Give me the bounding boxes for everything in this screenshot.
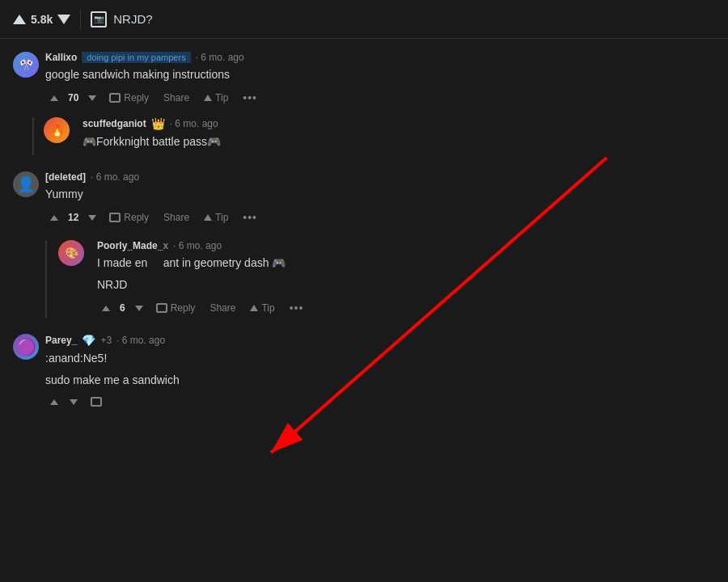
comment-body-deleted: Yummy <box>45 186 715 203</box>
comment-deleted: 👤 [deleted] · 6 mo. ago Yummy 12 Reply S… <box>0 165 728 230</box>
more-deleted[interactable]: ••• <box>236 208 264 227</box>
comment-actions-kallixo: 70 Reply Share Tip ••• <box>45 88 715 108</box>
upvote-parey[interactable] <box>45 396 63 408</box>
share-deleted[interactable]: Share <box>157 209 196 226</box>
comment-body-scuffed: 🎮Forkknight battle pass🎮 <box>83 133 221 150</box>
post-title: NRJD? <box>113 12 152 26</box>
comment-time-poorly: · 6 mo. ago <box>173 240 222 251</box>
comment-flair-kallixo: doing pipi in my pampers <box>82 52 190 63</box>
tip-icon <box>204 95 212 101</box>
comments-feed: 🎌 Kallixo doing pipi in my pampers · 6 m… <box>0 39 728 582</box>
upvote-icon-pa <box>50 399 58 405</box>
comment-reply-kallixo[interactable]: Reply <box>103 89 155 107</box>
share-kallixo[interactable]: Share <box>157 89 196 107</box>
comment-content-poorly: Poorly_Made_x · 6 mo. ago I made en ant … <box>97 240 310 318</box>
downvote-icon-pa <box>70 399 78 405</box>
comment-author-scuffed[interactable]: scuffedganiot <box>83 118 146 129</box>
comment-author-kallixo[interactable]: Kallixo <box>45 52 77 63</box>
more-kallixo[interactable]: ••• <box>236 88 264 108</box>
comment-icon-parey[interactable] <box>84 394 108 410</box>
avatar-scuffed: 🔥 <box>44 117 70 143</box>
dots-icon-p: ••• <box>290 302 304 314</box>
comment-author-poorly[interactable]: Poorly_Made_x <box>97 240 168 251</box>
comment-body-parey-2: sudo make me a sandwich <box>45 372 715 389</box>
upvote-kallixo[interactable] <box>45 92 63 104</box>
tip-poorly[interactable]: Tip <box>243 299 281 317</box>
tip-icon-p <box>250 305 258 311</box>
avatar-poorly: 🎨 <box>58 240 84 266</box>
comment-content-scuffed: scuffedganiot 👑 · 6 mo. ago 🎮Forkknight … <box>83 117 221 155</box>
comment-body-poorly-2: NRJD <box>97 276 310 293</box>
comment-content-parey: Parey_ 💎 +3 · 6 mo. ago :anand:Ne5! sudo… <box>45 334 715 410</box>
comment-body-kallixo: google sandwich making instructions <box>45 66 715 83</box>
dots-icon: ••• <box>243 91 257 104</box>
comment-icon-pa <box>91 397 102 407</box>
comment-reply-deleted[interactable]: Reply <box>103 209 155 226</box>
vote-count-deleted: 12 <box>65 212 82 223</box>
comment-author-deleted[interactable]: [deleted] <box>45 171 86 183</box>
thread-line <box>32 117 34 155</box>
comment-time-kallixo: · 6 mo. ago <box>196 52 244 63</box>
upvote-icon-p <box>102 306 110 311</box>
comment-crown-scuffed: 👑 <box>151 117 165 130</box>
comment-icon-p <box>156 303 167 313</box>
thread-line-poorly <box>45 240 47 318</box>
avatar-deleted: 👤 <box>13 171 39 197</box>
comment-actions-parey <box>45 394 715 410</box>
comment-actions-deleted: 12 Reply Share Tip ••• <box>45 208 715 227</box>
post-icon: 📷 <box>91 11 107 27</box>
comment-icon-d <box>109 213 121 222</box>
downvote-poorly[interactable] <box>130 302 148 314</box>
comment-content-deleted: [deleted] · 6 mo. ago Yummy 12 Reply Sha… <box>45 171 715 227</box>
downvote-icon <box>88 95 96 101</box>
parey-badge: 💎 <box>82 334 95 347</box>
topbar-divider <box>80 10 81 29</box>
upvote-poorly[interactable] <box>97 302 115 314</box>
upvote-icon <box>50 95 58 101</box>
tip-deleted[interactable]: Tip <box>197 209 235 226</box>
comment-poorly: 🎨 Poorly_Made_x · 6 mo. ago I made en an… <box>45 234 728 321</box>
comment-body-poorly-1: I made en ant in geometry dash 🎮 <box>97 255 310 272</box>
dots-icon-d: ••• <box>243 211 257 224</box>
comment-content-kallixo: Kallixo doing pipi in my pampers · 6 mo.… <box>45 52 715 108</box>
comment-actions-poorly: 6 Reply Share Tip ••• <box>97 298 310 318</box>
downvote-parey[interactable] <box>65 396 83 408</box>
downvote-icon-d <box>88 215 96 221</box>
downvote-kallixo[interactable] <box>83 92 101 104</box>
avatar-kallixo: 🎌 <box>13 52 39 78</box>
avatar-parey: 🟣 <box>13 334 39 360</box>
tip-kallixo[interactable]: Tip <box>197 89 235 107</box>
more-poorly[interactable]: ••• <box>283 298 311 318</box>
comment-scuffed: 🔥 scuffedganiot 👑 · 6 mo. ago 🎮Forkknigh… <box>45 111 728 158</box>
upvote-icon-d <box>50 215 58 221</box>
comment-kallixo: 🎌 Kallixo doing pipi in my pampers · 6 m… <box>0 45 728 111</box>
comment-body-parey-1: :anand:Ne5! <box>45 350 715 367</box>
comment-time-scuffed: · 6 mo. ago <box>170 118 218 129</box>
comment-author-parey[interactable]: Parey_ <box>45 335 77 346</box>
comment-icon <box>109 93 121 103</box>
comment-time-parey: · 6 mo. ago <box>116 335 165 346</box>
vote-count-kallixo: 70 <box>65 92 82 103</box>
downvote-icon-p <box>135 306 143 311</box>
share-poorly[interactable]: Share <box>203 299 242 317</box>
post-vote-section[interactable]: 5.8k <box>13 13 70 26</box>
comment-parey: 🟣 Parey_ 💎 +3 · 6 mo. ago :anand:Ne5! su… <box>0 327 728 413</box>
post-downvote-icon[interactable] <box>57 15 70 24</box>
post-vote-count: 5.8k <box>31 13 53 26</box>
post-title-area: 📷 NRJD? <box>91 11 152 27</box>
post-upvote-icon[interactable] <box>13 15 26 24</box>
downvote-deleted[interactable] <box>83 212 101 224</box>
vote-count-poorly: 6 <box>116 302 129 314</box>
tip-icon-d <box>204 214 212 221</box>
comment-time-deleted: · 6 mo. ago <box>91 171 139 183</box>
parey-extra: +3 <box>100 335 112 346</box>
upvote-deleted[interactable] <box>45 212 63 224</box>
topbar: 5.8k 📷 NRJD? <box>0 0 728 39</box>
comment-reply-poorly[interactable]: Reply <box>150 299 202 317</box>
